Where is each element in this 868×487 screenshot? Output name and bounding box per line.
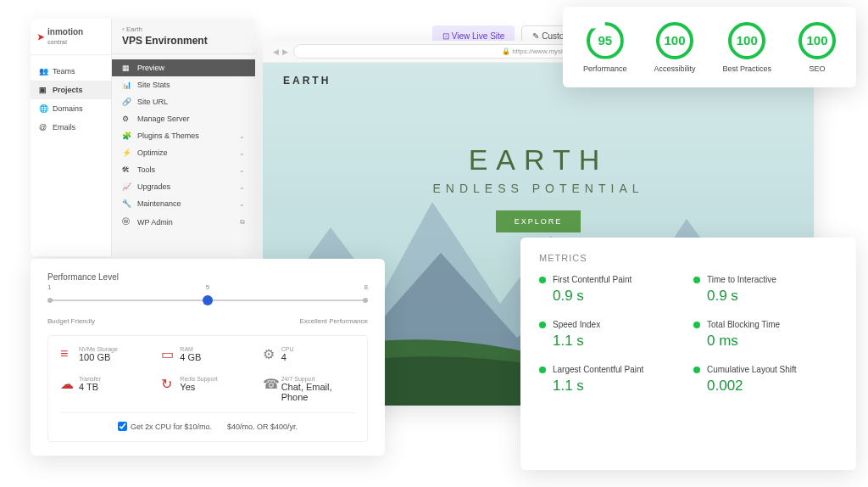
score-seo: 100SEO [798,22,836,73]
metric-total-blocking-time: Total Blocking Time0 ms [693,320,837,350]
chevron-down-icon: ⌄ [239,132,245,140]
price-text: $40/mo. OR $400/yr. [227,423,298,431]
site-logo: EARTH [283,75,331,87]
at-icon: @ [39,123,47,132]
spec-cloud: ☁Transfer4 TB [60,376,153,402]
folder-icon: ▣ [39,86,47,94]
metric-time-to-interactive: Time to Interactive0.9 s [693,275,837,305]
sidenav-item-projects[interactable]: ▣Projects [31,81,111,99]
support-icon: ☎ [263,376,275,388]
score-accessibility: 100Accessibility [654,22,695,73]
sliders-icon: ⚙ [122,115,132,123]
redis-icon: ↻ [161,376,173,388]
subnav-item-maintenance[interactable]: 🔧Maintenance⌄ [112,195,255,212]
subnav-item-site-stats[interactable]: 📊Site Stats [112,76,255,93]
status-dot-icon [693,322,700,328]
slider-max-label: Excellent Performance [300,317,368,325]
breadcrumb[interactable]: ‹ Earth [122,25,245,33]
status-dot-icon [693,367,700,373]
metric-cumulative-layout-shift: Cumulative Layout Shift0.002 [693,365,837,395]
subnav-item-preview[interactable]: ▦Preview [112,59,255,76]
logo-arrow-icon: ➤ [37,32,44,42]
storage-icon: ≡ [60,346,72,358]
sidenav-item-emails[interactable]: @Emails [31,118,111,137]
metrics-panel: METRICS First Contentful Paint0.9 sTime … [520,238,856,470]
wp-icon: ⓦ [122,216,132,227]
people-icon: 👥 [39,67,47,76]
subnav-item-tools[interactable]: 🛠Tools⌄ [112,161,255,178]
lighthouse-scores: 95Performance100Accessibility100Best Pra… [563,7,856,87]
spec-ram: ▭RAM4 GB [161,346,253,362]
ram-icon: ▭ [161,346,173,358]
hero-subheading: ENDLESS POTENTIAL [263,182,814,195]
metric-largest-contentful-paint: Largest Contentful Paint1.1 s [539,365,683,395]
secondary-subnav: ‹ Earth VPS Environment ▦Preview📊Site St… [112,19,255,256]
hero-cta-button[interactable]: EXPLORE [496,210,581,232]
subnav-item-upgrades[interactable]: 📈Upgrades⌄ [112,178,255,195]
subnav-item-optimize[interactable]: ⚡Optimize⌄ [112,144,255,161]
metrics-title: METRICS [539,253,837,263]
slider-thumb[interactable] [203,295,213,305]
performance-level-panel: Performance Level 1 5 8 Budget Friendly … [31,259,385,456]
subnav-item-manage-server[interactable]: ⚙Manage Server [112,110,255,127]
subnav-item-wp-admin[interactable]: ⓦWP Admin⧉ [112,212,255,232]
brand-logo: ➤ inmotioncentral [31,19,111,55]
speed-icon: ⚡ [122,148,132,157]
score-best-practices: 100Best Practices [722,22,771,73]
admin-panel: ➤ inmotioncentral 👥Teams▣Projects🌐Domain… [31,19,255,256]
chevron-down-icon: ⌄ [239,166,245,174]
subnav-item-site-url[interactable]: 🔗Site URL [112,93,255,110]
external-icon: ⧉ [240,218,245,227]
chevron-down-icon: ⌄ [239,183,245,191]
sidenav-item-domains[interactable]: 🌐Domains [31,99,111,118]
score-performance: 95Performance [583,22,627,73]
perf-slider[interactable]: 1 5 8 [47,290,368,312]
puzzle-icon: 🧩 [122,132,132,140]
status-dot-icon [539,367,546,373]
status-dot-icon [539,277,546,283]
status-dot-icon [693,277,700,283]
cpu-icon: ⚙ [263,346,275,358]
trend-icon: 📈 [122,182,132,191]
metric-speed-index: Speed Index1.1 s [539,320,683,350]
chevron-down-icon: ⌄ [239,200,245,208]
tool-icon: 🔧 [122,199,132,208]
spec-storage: ≡NVMe Storage100 GB [60,346,153,362]
perf-title: Performance Level [47,272,368,282]
spec-support: ☎24/7 SupportChat, Email, Phone [263,376,355,402]
cloud-icon: ☁ [60,376,72,388]
hero-heading: EARTH [263,143,814,176]
grid-icon: ▦ [122,64,132,72]
wrench-icon: 🛠 [122,165,132,174]
chevron-down-icon: ⌄ [239,149,245,157]
primary-sidenav: ➤ inmotioncentral 👥Teams▣Projects🌐Domain… [31,19,112,256]
status-dot-icon [539,322,546,328]
sidenav-item-teams[interactable]: 👥Teams [31,62,111,81]
globe-icon: 🌐 [39,104,47,113]
subnav-item-plugins-themes[interactable]: 🧩Plugins & Themes⌄ [112,127,255,144]
link-icon: 🔗 [122,98,132,106]
spec-redis: ↻Redis SupportYes [161,376,253,402]
slider-min-label: Budget Friendly [47,317,95,325]
spec-cpu: ⚙CPU4 [263,346,355,362]
stats-icon: 📊 [122,81,132,89]
cpu-upsell-checkbox[interactable]: Get 2x CPU for $10/mo. [118,422,212,431]
metric-first-contentful-paint: First Contentful Paint0.9 s [539,275,683,305]
subnav-title: VPS Environment [122,35,245,47]
